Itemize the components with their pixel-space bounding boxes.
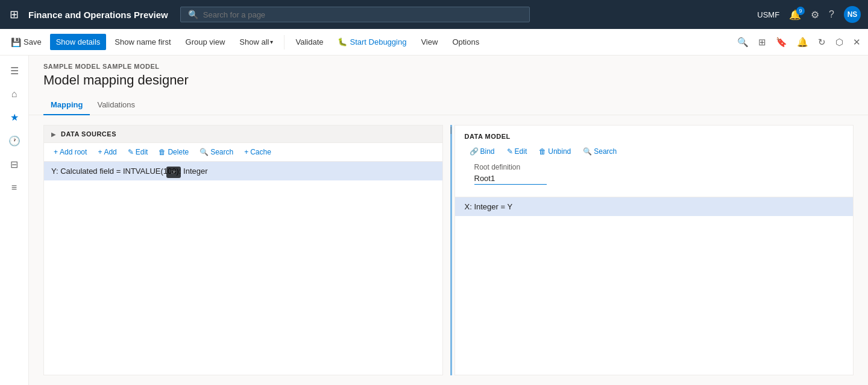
tab-validations[interactable]: Validations: [90, 95, 142, 115]
dm-unbind-button[interactable]: 🗑 Unbind: [534, 145, 576, 158]
page-layout: ☰ ⌂ ★ 🕐 ⊟ ≡ SAMPLE MODEL SAMPLE MODEL Mo…: [0, 56, 868, 385]
top-right-actions: USMF 🔔 9 ⚙ ? NS: [757, 6, 861, 23]
personalize-icon[interactable]: ⊞: [756, 34, 769, 50]
data-model-title: DATA MODEL: [465, 133, 844, 140]
ds-edit-pencil-icon: ✎: [128, 148, 134, 156]
data-sources-header: ▶ DATA SOURCES: [44, 126, 442, 143]
main-content: SAMPLE MODEL SAMPLE MODEL Model mapping …: [29, 56, 868, 385]
favorites-icon[interactable]: ★: [5, 107, 24, 128]
save-icon: 💾: [11, 37, 21, 47]
expand-icon[interactable]: ▶: [51, 131, 56, 138]
home-icon[interactable]: ⌂: [7, 84, 22, 104]
dm-edit-button[interactable]: ✎ Edit: [502, 145, 532, 158]
debug-icon: 🐛: [338, 37, 347, 46]
close-icon[interactable]: ✕: [851, 34, 863, 50]
show-all-button[interactable]: Show all ▾: [233, 34, 279, 50]
ds-cache-button[interactable]: + Cache: [239, 145, 276, 159]
data-model-toolbar: 🔗 Bind ✎ Edit 🗑 Unbind 🔍: [465, 145, 844, 158]
list-item[interactable]: Y: Calculated field = INTVALUE(100): Int…: [44, 162, 442, 180]
global-search-bar[interactable]: 🔍: [180, 7, 530, 22]
notification-bell-icon[interactable]: 🔔 9: [789, 9, 801, 21]
dm-search-button[interactable]: 🔍 Search: [578, 145, 621, 158]
validate-button[interactable]: Validate: [289, 34, 329, 50]
panel-resize-divider[interactable]: |: [450, 125, 452, 375]
ds-add-plus-icon: +: [98, 148, 102, 156]
notification-badge: 9: [796, 7, 805, 15]
data-model-header: DATA MODEL 🔗 Bind ✎ Edit 🗑 Unbind: [455, 126, 854, 197]
data-sources-panel: ▶ DATA SOURCES + Add root + Add ✎ Edit: [43, 125, 443, 375]
company-label: USMF: [757, 10, 779, 19]
modules-icon[interactable]: ≡: [7, 177, 22, 198]
show-name-first-button[interactable]: Show name first: [108, 34, 177, 50]
help-icon[interactable]: ?: [829, 9, 834, 20]
recent-icon[interactable]: 🕐: [4, 130, 25, 151]
root-definition-section: Root definition Root1: [465, 163, 844, 192]
app-title: Finance and Operations Preview: [28, 10, 168, 20]
start-debugging-button[interactable]: 🐛 Start Debugging: [332, 34, 412, 50]
action-toolbar: 💾 Save Show details Show name first Grou…: [0, 29, 868, 56]
ds-add-button[interactable]: + Add: [93, 145, 121, 159]
refresh-icon[interactable]: ↻: [816, 34, 828, 50]
ds-delete-trash-icon: 🗑: [159, 148, 166, 156]
toolbar-right-icons: 🔍 ⊞ 🔖 🔔 ↻ ⬡ ✕: [735, 34, 863, 50]
workspaces-icon[interactable]: ⊟: [5, 154, 23, 175]
save-button[interactable]: 💾 Save: [5, 34, 48, 51]
tab-mapping[interactable]: Mapping: [43, 95, 90, 115]
list-item[interactable]: X: Integer = Y: [455, 197, 854, 216]
root-definition-value: Root1: [474, 174, 547, 185]
ds-cache-plus-icon: +: [244, 148, 248, 156]
open-new-icon[interactable]: ⬡: [833, 34, 846, 50]
search-icon: 🔍: [188, 10, 198, 19]
ds-search-button[interactable]: 🔍 Search: [195, 145, 238, 159]
page-title: Model mapping designer: [29, 70, 868, 95]
data-sources-title: DATA SOURCES: [61, 130, 116, 138]
search-toolbar-icon[interactable]: 🔍: [735, 34, 751, 50]
ds-delete-button[interactable]: 🗑 Delete ☞: [154, 145, 193, 159]
add-root-plus-icon: +: [54, 148, 58, 156]
dm-bind-button[interactable]: 🔗 Bind: [465, 145, 500, 158]
view-button[interactable]: View: [415, 34, 444, 50]
search-input[interactable]: [203, 10, 522, 19]
left-navigation: ☰ ⌂ ★ 🕐 ⊟ ≡: [0, 56, 29, 385]
top-navigation: ⊞ Finance and Operations Preview 🔍 USMF …: [0, 0, 868, 29]
dm-unbind-trash-icon: 🗑: [539, 147, 546, 156]
ds-search-icon: 🔍: [200, 148, 209, 156]
data-sources-toolbar: + Add root + Add ✎ Edit 🗑 Delete ☞: [44, 143, 442, 162]
bookmark-icon[interactable]: 🔖: [773, 34, 790, 50]
ds-edit-button[interactable]: ✎ Edit: [123, 145, 153, 159]
notification-icon2[interactable]: 🔔: [794, 34, 811, 50]
show-details-button[interactable]: Show details: [50, 34, 107, 50]
hamburger-menu-icon[interactable]: ☰: [5, 60, 24, 81]
root-definition-label: Root definition: [474, 163, 834, 171]
data-model-panel: DATA MODEL 🔗 Bind ✎ Edit 🗑 Unbind: [454, 125, 854, 375]
data-model-list: X: Integer = Y: [455, 197, 854, 375]
dm-search-icon: 🔍: [583, 147, 592, 156]
breadcrumb: SAMPLE MODEL SAMPLE MODEL: [29, 56, 868, 70]
add-root-button[interactable]: + Add root: [49, 145, 92, 159]
settings-icon[interactable]: ⚙: [811, 9, 819, 21]
data-sources-list: Y: Calculated field = INTVALUE(100): Int…: [44, 162, 442, 375]
dm-bind-icon: 🔗: [470, 147, 479, 156]
grid-icon[interactable]: ⊞: [7, 5, 21, 24]
designer-area: ▶ DATA SOURCES + Add root + Add ✎ Edit: [29, 115, 868, 385]
user-avatar[interactable]: NS: [844, 6, 861, 23]
chevron-down-icon: ▾: [270, 39, 273, 45]
group-view-button[interactable]: Group view: [180, 34, 231, 50]
dm-edit-pencil-icon: ✎: [507, 147, 513, 156]
toolbar-separator: [284, 35, 285, 49]
tab-bar: Mapping Validations: [29, 95, 868, 115]
options-button[interactable]: Options: [446, 34, 485, 50]
